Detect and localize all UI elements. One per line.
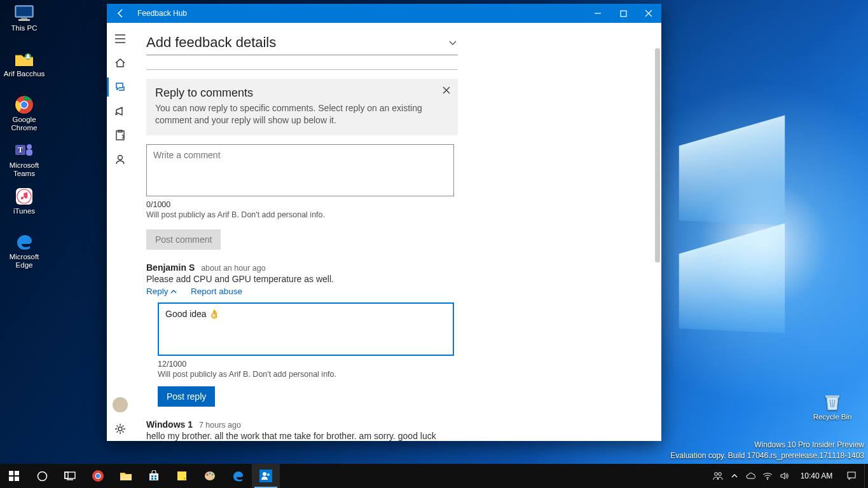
nav-profile[interactable] bbox=[107, 147, 134, 172]
nav-announcements[interactable] bbox=[107, 99, 134, 123]
clipboard-icon bbox=[114, 130, 126, 141]
svg-rect-21 bbox=[9, 471, 13, 475]
svg-rect-36 bbox=[155, 478, 156, 480]
post-reply-button[interactable]: Post reply bbox=[158, 386, 215, 407]
svg-point-5 bbox=[27, 55, 29, 57]
svg-point-39 bbox=[207, 474, 209, 476]
comment-body: hello my brother. all the work that me t… bbox=[146, 431, 458, 441]
comment-textarea[interactable] bbox=[146, 144, 454, 196]
close-button[interactable] bbox=[636, 4, 661, 23]
taskbar: 10:40 AM bbox=[0, 464, 868, 488]
taskbar-clock[interactable]: 10:40 AM bbox=[794, 464, 839, 488]
svg-point-41 bbox=[212, 474, 214, 476]
reply-counter: 12/1000 bbox=[158, 360, 454, 369]
nav-settings[interactable] bbox=[107, 417, 134, 441]
taskbar-app-explorer[interactable] bbox=[112, 464, 140, 488]
svg-rect-32 bbox=[149, 473, 158, 480]
arrow-left-icon bbox=[116, 8, 126, 18]
onedrive-icon[interactable] bbox=[746, 472, 756, 480]
nav-account-avatar[interactable] bbox=[107, 393, 134, 417]
feedback-icon bbox=[114, 81, 126, 93]
comment-time: 7 hours ago bbox=[199, 421, 241, 430]
back-button[interactable] bbox=[107, 4, 135, 23]
reply-link[interactable]: Reply bbox=[146, 287, 177, 296]
label: Arif Bacchus bbox=[4, 70, 45, 78]
taskbar-app-store[interactable] bbox=[140, 464, 168, 488]
maximize-button[interactable] bbox=[610, 4, 636, 23]
nav-rail bbox=[107, 23, 134, 441]
svg-rect-33 bbox=[151, 475, 153, 477]
svg-point-11 bbox=[27, 144, 32, 149]
nav-quests[interactable] bbox=[107, 123, 134, 147]
reply-textarea[interactable] bbox=[158, 302, 454, 356]
start-button[interactable] bbox=[0, 464, 28, 488]
desktop-icons: This PC Arif Bacchus Google Chrome T Mic… bbox=[0, 1, 51, 276]
desktop-icon-recycle-bin[interactable]: Recycle Bin bbox=[808, 390, 857, 433]
post-comment-button[interactable]: Post comment bbox=[146, 229, 221, 250]
volume-icon[interactable] bbox=[779, 471, 789, 480]
info-close-button[interactable] bbox=[440, 84, 453, 97]
chevron-down-icon[interactable] bbox=[448, 37, 458, 48]
desktop-icon-itunes[interactable]: iTunes bbox=[0, 184, 48, 227]
svg-point-25 bbox=[38, 471, 46, 480]
circle-icon bbox=[37, 471, 48, 482]
taskbar-app-sticky-notes[interactable] bbox=[168, 464, 196, 488]
comment-counter: 0/1000 bbox=[146, 200, 644, 209]
windows-icon bbox=[9, 471, 19, 481]
comment: Benjamin S about an hour ago Please add … bbox=[146, 262, 458, 407]
svg-point-47 bbox=[719, 473, 722, 476]
desktop-icon-edge[interactable]: Microsoft Edge bbox=[0, 230, 48, 273]
desktop-icon-teams[interactable]: T Microsoft Teams bbox=[0, 139, 48, 182]
svg-point-46 bbox=[715, 473, 718, 476]
home-icon bbox=[114, 57, 126, 69]
svg-rect-15 bbox=[825, 395, 839, 398]
svg-point-42 bbox=[211, 477, 213, 479]
svg-rect-35 bbox=[151, 478, 153, 480]
taskbar-app-edge[interactable] bbox=[224, 464, 252, 488]
cortana-button[interactable] bbox=[28, 464, 56, 488]
taskbar-app-chrome[interactable] bbox=[84, 464, 112, 488]
megaphone-icon bbox=[114, 105, 126, 117]
action-center-button[interactable] bbox=[839, 464, 864, 488]
comment-author: Benjamin S bbox=[146, 262, 195, 273]
system-tray[interactable] bbox=[708, 464, 794, 488]
comment-author: Windows 1 bbox=[146, 419, 193, 430]
desktop-icon-chrome[interactable]: Google Chrome bbox=[0, 93, 48, 136]
svg-rect-16 bbox=[621, 11, 626, 17]
minimize-button[interactable] bbox=[585, 4, 610, 23]
scrollbar[interactable] bbox=[655, 48, 660, 437]
hamburger-icon bbox=[115, 34, 125, 43]
svg-rect-26 bbox=[65, 472, 75, 478]
comment: Windows 1 7 hours ago hello my brother. … bbox=[146, 419, 458, 441]
report-link[interactable]: Report abuse bbox=[191, 287, 242, 296]
svg-point-45 bbox=[267, 473, 270, 476]
desktop-icon-user-folder[interactable]: Arif Bacchus bbox=[0, 47, 48, 90]
taskbar-app-feedback-hub[interactable] bbox=[252, 464, 280, 488]
svg-point-19 bbox=[118, 156, 123, 160]
svg-rect-31 bbox=[120, 475, 132, 480]
people-icon[interactable] bbox=[713, 471, 723, 480]
nav-home[interactable] bbox=[107, 51, 134, 75]
svg-point-44 bbox=[263, 472, 266, 476]
svg-point-8 bbox=[21, 102, 27, 108]
svg-point-48 bbox=[767, 478, 768, 480]
taskbar-app-paint[interactable] bbox=[196, 464, 224, 488]
svg-rect-22 bbox=[15, 471, 19, 475]
task-view-button[interactable] bbox=[56, 464, 84, 488]
show-desktop-button[interactable] bbox=[864, 464, 868, 488]
label: Recycle Bin bbox=[813, 413, 852, 421]
info-body: You can now reply to specific comments. … bbox=[155, 102, 435, 126]
reply-hint: Will post publicly as Arif B. Don't add … bbox=[158, 370, 454, 379]
nav-hamburger[interactable] bbox=[107, 27, 134, 51]
window-title: Feedback Hub bbox=[135, 4, 585, 23]
svg-rect-43 bbox=[259, 470, 272, 482]
desktop-icon-this-pc[interactable]: This PC bbox=[0, 1, 48, 44]
titlebar[interactable]: Feedback Hub bbox=[107, 4, 661, 23]
content-area: Add feedback details Reply to comments Y… bbox=[134, 23, 661, 441]
comment-body: Please add CPU and GPU temperature as we… bbox=[146, 274, 458, 284]
svg-rect-23 bbox=[9, 477, 13, 481]
tray-expand-icon[interactable] bbox=[729, 473, 740, 479]
label: Microsoft Teams bbox=[10, 161, 39, 178]
nav-feedback[interactable] bbox=[107, 75, 134, 99]
wifi-icon[interactable] bbox=[762, 472, 773, 480]
